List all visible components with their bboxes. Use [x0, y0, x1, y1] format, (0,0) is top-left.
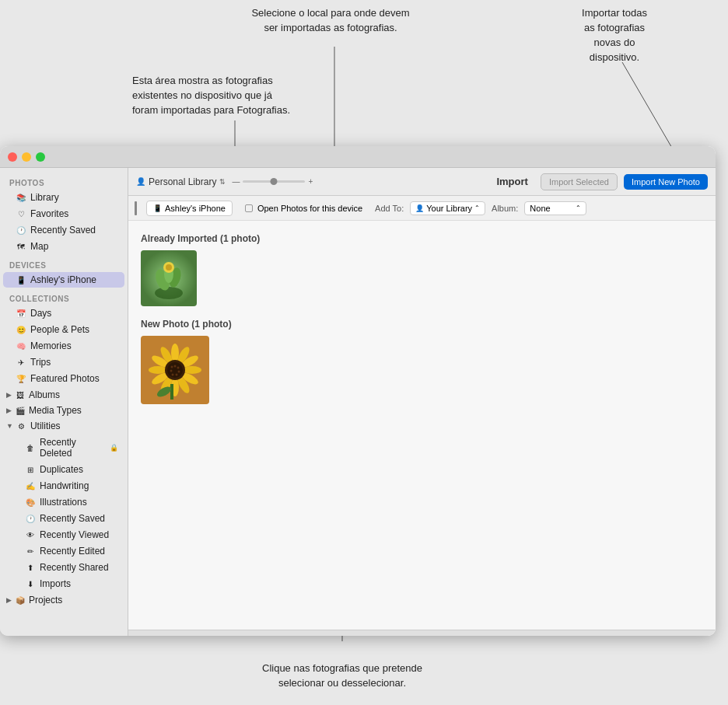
photo-thumb-new-1[interactable]: [141, 336, 209, 404]
annotation-top-center: Selecione o local para onde devem ser im…: [132, 6, 529, 36]
sidebar-item-ashleysiphone[interactable]: Ashley's iPhone: [3, 272, 124, 288]
device-tab-active[interactable]: 📱 Ashley's iPhone: [146, 201, 233, 216]
import-selected-button[interactable]: Import Selected: [541, 173, 618, 190]
sidebar-item-map[interactable]: Map: [3, 239, 124, 254]
svg-point-25: [167, 362, 183, 378]
sidebar-item-recently-shared[interactable]: Recently Shared: [3, 560, 124, 575]
sidebar-group-media-types[interactable]: ▶ Media Types: [0, 403, 128, 418]
annotation-top-right: Importar todas as fotografias novas do d…: [537, 6, 692, 65]
photo-grid-already: [141, 250, 703, 306]
map-icon: [16, 241, 26, 252]
sidebar-item-recently-edited[interactable]: Recently Edited: [3, 543, 124, 559]
sidebar-item-days[interactable]: Days: [3, 305, 124, 321]
import-toolbar: 👤 Personal Library ⇅ — + Import Import S…: [128, 168, 716, 196]
fullscreen-button[interactable]: [36, 152, 45, 162]
add-to-label: Add To:: [375, 204, 404, 213]
util-recently-saved-icon: [25, 513, 36, 524]
traffic-lights: [8, 152, 45, 162]
svg-point-15: [183, 366, 201, 374]
featured-icon: [16, 373, 26, 384]
device-icon: [16, 274, 26, 285]
recently-shared-icon: [25, 562, 36, 573]
illustrations-icon: [25, 497, 36, 508]
duplicates-icon: [25, 464, 36, 475]
section-new-photo: New Photo (1 photo): [141, 319, 703, 330]
sidebar-item-featured-photos[interactable]: Featured Photos: [3, 371, 124, 386]
title-bar: [0, 146, 716, 168]
albums-chevron: ▶: [6, 391, 12, 399]
album-dropdown[interactable]: None ⌃: [524, 201, 586, 215]
utilities-chevron: ▼: [6, 422, 13, 430]
window-body: Photos Library Favorites Recently Saved …: [0, 168, 716, 636]
photo-area: Already Imported (1 photo): [128, 221, 716, 630]
imports-icon: [25, 578, 36, 589]
photo-thumb-already-1[interactable]: [141, 250, 197, 306]
svg-point-12: [171, 344, 179, 362]
library-icon: [16, 192, 26, 203]
handwriting-icon: [25, 480, 36, 491]
minimize-button[interactable]: [22, 152, 31, 162]
sidebar-item-people-pets[interactable]: People & Pets: [3, 322, 124, 337]
sidebar-item-favorites[interactable]: Favorites: [3, 206, 124, 222]
svg-point-31: [170, 370, 173, 372]
section-already-imported: Already Imported (1 photo): [141, 233, 703, 244]
svg-point-29: [176, 374, 178, 376]
sidebar-group-projects[interactable]: ▶ Projects: [0, 592, 128, 608]
media-chevron: ▶: [6, 407, 12, 414]
sidebar-group-albums[interactable]: ▶ Albums: [0, 387, 128, 403]
annotation-bottom-center: Clique nas fotografias que pretende sele…: [132, 661, 552, 691]
svg-point-27: [177, 367, 180, 369]
albums-icon: [15, 389, 26, 400]
photo-grid-new: [141, 336, 703, 404]
svg-line-1: [622, 62, 673, 149]
projects-chevron: ▶: [6, 596, 12, 604]
device-tab-open-photos[interactable]: Open Photos for this device: [239, 201, 369, 215]
sidebar-item-memories[interactable]: Memories: [3, 338, 124, 354]
sidebar-item-library[interactable]: Library: [3, 190, 124, 205]
people-icon: [16, 324, 26, 335]
sidebar-section-photos: Photos: [0, 173, 128, 189]
lock-icon: 🔒: [110, 444, 118, 452]
recently-viewed-icon: [25, 529, 36, 540]
album-label: Album:: [492, 204, 518, 213]
bottom-border: [128, 630, 716, 636]
sidebar-item-trips[interactable]: Trips: [3, 354, 124, 370]
sidebar-item-handwriting[interactable]: Handwriting: [3, 478, 124, 494]
zoom-slider[interactable]: — +: [232, 177, 490, 186]
photo-new-svg: [141, 336, 209, 404]
recently-edited-icon: [25, 546, 36, 557]
photo-already-svg: [141, 250, 197, 306]
sidebar-item-duplicates[interactable]: Duplicates: [3, 462, 124, 477]
utilities-icon: [16, 421, 27, 431]
slider-track[interactable]: [243, 180, 305, 183]
sidebar-section-devices: Devices: [0, 255, 128, 271]
sidebar-item-recently-deleted[interactable]: Recently Deleted 🔒: [3, 435, 124, 461]
recently-saved-icon: [16, 225, 26, 236]
device-toolbar: 📱 Ashley's iPhone Open Photos for this d…: [128, 196, 716, 221]
svg-point-32: [171, 366, 173, 368]
close-button[interactable]: [8, 152, 17, 162]
import-title: Import: [496, 176, 527, 187]
recently-deleted-icon: [25, 442, 36, 453]
svg-point-5: [155, 287, 183, 299]
sidebar-item-recently-viewed[interactable]: Recently Viewed: [3, 527, 124, 543]
svg-point-28: [178, 371, 180, 373]
svg-point-30: [172, 374, 174, 376]
library-dropdown[interactable]: 👤 Your Library ⌃: [410, 201, 485, 215]
sidebar-group-utilities[interactable]: ▼ Utilities: [0, 418, 128, 434]
annotation-mid-left: Esta área mostra as fotografias existent…: [132, 74, 428, 118]
import-new-button[interactable]: Import New Photo: [624, 174, 708, 190]
sidebar-item-imports[interactable]: Imports: [3, 576, 124, 592]
favorites-icon: [16, 208, 26, 219]
sidebar-item-recently-saved[interactable]: Recently Saved: [3, 222, 124, 238]
main-content: 👤 Personal Library ⇅ — + Import Import S…: [128, 168, 716, 636]
svg-point-26: [174, 365, 177, 368]
svg-rect-33: [170, 384, 173, 400]
days-icon: [16, 308, 26, 319]
sidebar-item-illustrations[interactable]: Illustrations: [3, 494, 124, 510]
media-icon: [15, 405, 26, 416]
trips-icon: [16, 357, 26, 368]
library-selector[interactable]: 👤 Personal Library ⇅: [136, 176, 226, 187]
sidebar-item-utilities-recently-saved[interactable]: Recently Saved: [3, 511, 124, 526]
svg-point-10: [166, 264, 172, 270]
